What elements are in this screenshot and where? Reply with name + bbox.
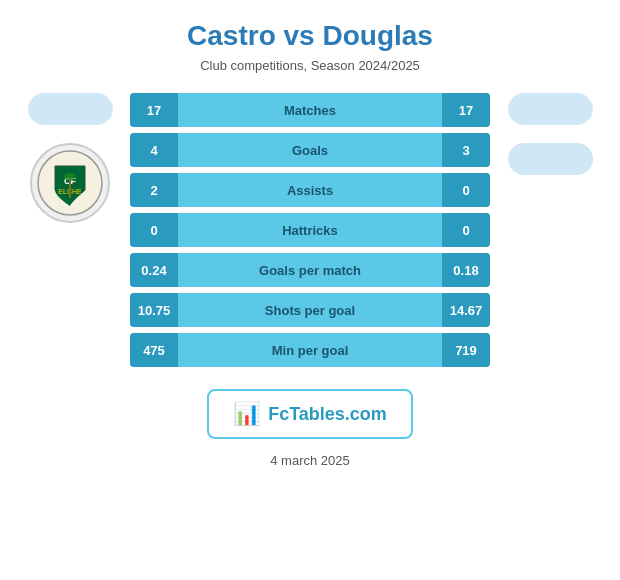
left-team-area: CF ELCHE xyxy=(20,93,120,223)
stat-row: 2Assists0 xyxy=(130,173,490,207)
stat-left-value: 4 xyxy=(130,133,178,167)
stat-right-value: 0 xyxy=(442,213,490,247)
stat-label: Shots per goal xyxy=(178,293,442,327)
stat-right-value: 0.18 xyxy=(442,253,490,287)
stat-label: Matches xyxy=(178,93,442,127)
stat-row: 0Hattricks0 xyxy=(130,213,490,247)
stat-left-value: 475 xyxy=(130,333,178,367)
club-badge-elche: CF ELCHE xyxy=(30,143,110,223)
right-team-area xyxy=(500,93,600,175)
right-team-logo-top xyxy=(508,93,593,125)
stat-row: 475Min per goal719 xyxy=(130,333,490,367)
stat-label: Hattricks xyxy=(178,213,442,247)
left-team-logo-top xyxy=(28,93,113,125)
stat-label: Goals xyxy=(178,133,442,167)
stat-right-value: 719 xyxy=(442,333,490,367)
fctables-chart-icon: 📊 xyxy=(233,401,260,427)
stat-right-value: 3 xyxy=(442,133,490,167)
stat-left-value: 2 xyxy=(130,173,178,207)
stat-row: 4Goals3 xyxy=(130,133,490,167)
stat-left-value: 0.24 xyxy=(130,253,178,287)
stat-right-value: 14.67 xyxy=(442,293,490,327)
fctables-brand: FcTables.com xyxy=(268,404,387,425)
main-content: CF ELCHE 17Matches174Goals32Assists00Hat… xyxy=(10,93,610,367)
footer-date: 4 march 2025 xyxy=(270,453,350,468)
page-title: Castro vs Douglas xyxy=(187,20,433,52)
stat-label: Goals per match xyxy=(178,253,442,287)
fctables-logo-container[interactable]: 📊 FcTables.com xyxy=(207,389,413,439)
stat-row: 17Matches17 xyxy=(130,93,490,127)
stat-left-value: 0 xyxy=(130,213,178,247)
svg-point-4 xyxy=(64,173,76,181)
stat-left-value: 10.75 xyxy=(130,293,178,327)
stat-right-value: 17 xyxy=(442,93,490,127)
right-team-logo-bottom xyxy=(508,143,593,175)
stat-left-value: 17 xyxy=(130,93,178,127)
stat-row: 0.24Goals per match0.18 xyxy=(130,253,490,287)
stat-row: 10.75Shots per goal14.67 xyxy=(130,293,490,327)
page-subtitle: Club competitions, Season 2024/2025 xyxy=(200,58,420,73)
stat-label: Min per goal xyxy=(178,333,442,367)
stats-table: 17Matches174Goals32Assists00Hattricks00.… xyxy=(130,93,490,367)
stat-label: Assists xyxy=(178,173,442,207)
stat-right-value: 0 xyxy=(442,173,490,207)
